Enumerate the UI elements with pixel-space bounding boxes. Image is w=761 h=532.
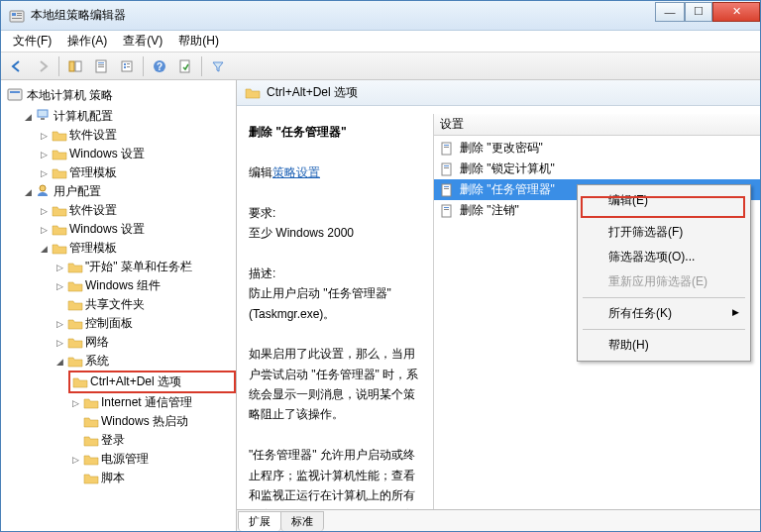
menu-view[interactable]: 查看(V) (117, 31, 168, 52)
expander-icon[interactable]: ▷ (39, 130, 50, 141)
svg-rect-0 (10, 11, 24, 22)
right-header-title: Ctrl+Alt+Del 选项 (267, 84, 358, 101)
tab-standard[interactable]: 标准 (280, 511, 324, 531)
forward-button[interactable] (31, 55, 54, 77)
tree-pane[interactable]: 本地计算机 策略 ◢计算机配置 ▷软件设置 ▷Windows 设置 ▷管理模板 … (1, 80, 237, 531)
cm-open-filter[interactable]: 打开筛选器(F) (581, 220, 747, 245)
expander-icon[interactable]: ▷ (39, 167, 50, 178)
cm-separator (583, 329, 745, 330)
expander-icon[interactable]: ▷ (39, 224, 50, 235)
svg-rect-15 (127, 66, 130, 67)
tree-item[interactable]: 共享文件夹 (53, 295, 236, 314)
folder-icon (67, 336, 83, 350)
tree-item[interactable]: 脚本 (68, 469, 236, 487)
expander-icon[interactable]: ◢ (54, 356, 65, 367)
edit-policy-link[interactable]: 策略设置 (272, 165, 320, 179)
svg-rect-31 (444, 186, 449, 187)
tree-item[interactable]: ▷管理模板 (37, 163, 236, 182)
list-item[interactable]: 删除 "更改密码" (434, 138, 760, 159)
show-hide-tree-button[interactable] (63, 55, 87, 77)
export-button[interactable] (115, 55, 139, 77)
folder-icon (52, 204, 67, 218)
svg-rect-10 (98, 66, 104, 67)
back-button[interactable] (5, 55, 29, 77)
toolbar-sep (201, 56, 202, 76)
svg-rect-4 (12, 18, 22, 19)
filter-button[interactable] (206, 55, 230, 77)
svg-rect-20 (10, 91, 20, 93)
close-button[interactable]: ✕ (712, 2, 760, 22)
tree-item[interactable]: 登录 (68, 431, 236, 450)
folder-icon (67, 279, 83, 293)
expander-icon[interactable]: ▷ (39, 205, 50, 216)
cm-edit[interactable]: 编辑(E) (581, 188, 747, 213)
tree-computer-config[interactable]: ◢计算机配置 (21, 107, 236, 126)
user-icon (36, 183, 52, 200)
menu-help[interactable]: 帮助(H) (172, 31, 225, 52)
cm-help[interactable]: 帮助(H) (581, 333, 747, 358)
svg-rect-26 (444, 147, 449, 148)
window-controls: — ☐ ✕ (655, 2, 760, 24)
cm-all-tasks[interactable]: 所有任务(K)▶ (581, 301, 747, 326)
tree-user-config[interactable]: ◢用户配置 (21, 182, 236, 201)
expander-icon[interactable]: ◢ (23, 111, 34, 122)
svg-rect-32 (444, 188, 449, 189)
tree-item[interactable]: ▷软件设置 (37, 126, 236, 145)
refresh-button[interactable] (173, 55, 197, 77)
expander-icon[interactable]: ▷ (39, 149, 50, 160)
expander-icon[interactable]: ◢ (39, 243, 50, 254)
tree-item[interactable]: ▷网络 (53, 333, 236, 352)
window-title: 本地组策略编辑器 (31, 7, 655, 24)
expander-icon[interactable]: ▷ (54, 318, 65, 329)
tree-item-ctrlaltdel[interactable]: Ctrl+Alt+Del 选项 (72, 373, 181, 390)
tree-item[interactable]: Windows 热启动 (68, 412, 236, 431)
svg-rect-21 (38, 110, 48, 117)
expander-icon[interactable]: ▷ (54, 280, 65, 291)
cm-filter-options[interactable]: 筛选器选项(O)... (581, 245, 747, 269)
expander-icon[interactable]: ◢ (23, 186, 34, 197)
tree-item[interactable]: ▷"开始" 菜单和任务栏 (53, 258, 236, 276)
folder-icon (83, 434, 99, 448)
help-button[interactable]: ? (148, 55, 171, 77)
expander-icon[interactable]: ▷ (54, 262, 65, 272)
list-item[interactable]: 删除 "锁定计算机" (434, 159, 760, 179)
req-value: 至少 Windows 2000 (249, 223, 425, 243)
tree-item[interactable]: ▷Windows 组件 (53, 276, 236, 295)
tree-root[interactable]: 本地计算机 策略 (5, 84, 236, 107)
tree-item[interactable]: ▷电源管理 (68, 450, 236, 469)
svg-rect-6 (75, 61, 81, 71)
toolbar: ? (1, 53, 760, 80)
svg-rect-24 (442, 143, 451, 155)
maximize-button[interactable]: ☐ (685, 2, 712, 22)
properties-button[interactable] (89, 55, 113, 77)
expander-icon[interactable]: ▷ (70, 397, 81, 408)
folder-icon (52, 166, 67, 180)
minimize-button[interactable]: — (655, 2, 685, 22)
list-column-header[interactable]: 设置 (434, 114, 760, 136)
description-pane: 删除 "任务管理器" 编辑策略设置 要求: 至少 Windows 2000 描述… (245, 114, 433, 509)
folder-icon (67, 261, 83, 274)
console-root-icon (7, 86, 23, 105)
expander-icon[interactable]: ▷ (54, 337, 65, 348)
tree-item[interactable]: ▷软件设置 (37, 201, 236, 220)
menu-action[interactable]: 操作(A) (61, 31, 113, 52)
expander-icon[interactable]: ▷ (70, 454, 81, 465)
tree-item[interactable]: ▷Windows 设置 (37, 145, 236, 163)
folder-icon (83, 472, 99, 485)
folder-icon (245, 86, 261, 100)
tab-extended[interactable]: 扩展 (238, 511, 281, 531)
tree-item[interactable]: ◢管理模板 (37, 239, 236, 258)
tree-item[interactable]: ▷Windows 设置 (37, 220, 236, 239)
desc-p2: 如果启用了此设置，那么，当用户尝试启动 "任务管理器" 时，系统会显示一则消息，… (249, 344, 425, 425)
tree-item-system[interactable]: ◢系统 (53, 352, 236, 371)
right-header: Ctrl+Alt+Del 选项 (237, 80, 760, 106)
svg-rect-1 (12, 13, 16, 16)
tree-item[interactable]: ▷Internet 通信管理 (68, 393, 236, 412)
folder-icon (52, 129, 67, 143)
menu-file[interactable]: 文件(F) (7, 31, 57, 52)
tree-item[interactable]: ▷控制面板 (53, 314, 236, 333)
svg-rect-22 (41, 118, 45, 120)
svg-rect-9 (98, 64, 104, 65)
toolbar-sep (143, 56, 144, 76)
desc-label: 描述: (249, 264, 425, 283)
